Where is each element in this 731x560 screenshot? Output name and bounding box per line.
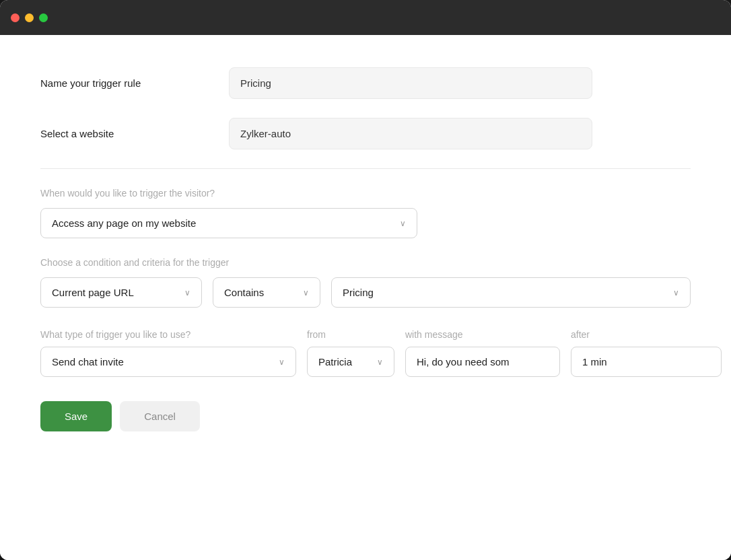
trigger-after-input[interactable] <box>571 347 722 377</box>
trigger-type-main-label: What type of trigger you like to use? <box>40 329 296 340</box>
website-label: Select a website <box>40 128 229 139</box>
condition-operator-select[interactable]: Contains ∨ <box>213 277 320 308</box>
trigger-from-value: Patricia <box>318 356 352 368</box>
condition-value-text: Pricing <box>343 287 374 298</box>
trigger-type-message-label: with message <box>405 329 560 340</box>
condition-value-chevron-icon: ∨ <box>673 288 679 298</box>
trigger-when-select[interactable]: Access any page on my website ∨ <box>40 208 417 238</box>
divider <box>40 168 691 169</box>
trigger-type-select[interactable]: Send chat invite ∨ <box>40 347 296 377</box>
maximize-button[interactable] <box>39 13 48 22</box>
when-trigger-label: When would you like to trigger the visit… <box>40 188 691 199</box>
trigger-name-label: Name your trigger rule <box>40 77 229 89</box>
minimize-button[interactable] <box>25 13 34 22</box>
condition-row: Current page URL ∨ Contains ∨ Pricing ∨ <box>40 277 691 308</box>
condition-operator-value: Contains <box>224 287 264 298</box>
trigger-type-from-label: from <box>307 329 394 340</box>
trigger-when-chevron-icon: ∨ <box>400 219 406 228</box>
trigger-type-labels-row: What type of trigger you like to use? fr… <box>40 329 691 340</box>
trigger-message-input[interactable] <box>405 347 560 377</box>
condition-value-select[interactable]: Pricing ∨ <box>331 277 691 308</box>
trigger-type-after-label: after <box>571 329 691 340</box>
trigger-type-value: Send chat invite <box>52 356 124 368</box>
traffic-lights <box>11 13 48 22</box>
condition-field-chevron-icon: ∨ <box>184 288 190 298</box>
app-window: Name your trigger rule Select a website … <box>0 0 731 560</box>
cancel-button[interactable]: Cancel <box>120 401 200 431</box>
trigger-when-value: Access any page on my website <box>52 217 196 229</box>
save-button[interactable]: Save <box>40 401 112 431</box>
trigger-type-chevron-icon: ∨ <box>279 357 285 367</box>
website-input[interactable] <box>229 118 592 149</box>
titlebar <box>0 0 731 35</box>
main-content: Name your trigger rule Select a website … <box>0 35 731 560</box>
trigger-type-inputs-row: Send chat invite ∨ Patricia ∨ <box>40 347 691 377</box>
close-button[interactable] <box>11 13 20 22</box>
condition-operator-chevron-icon: ∨ <box>303 288 309 298</box>
trigger-from-chevron-icon: ∨ <box>377 357 383 367</box>
trigger-name-input[interactable] <box>229 67 592 99</box>
trigger-name-row: Name your trigger rule <box>40 67 691 99</box>
trigger-type-section: What type of trigger you like to use? fr… <box>40 329 691 377</box>
website-row: Select a website <box>40 118 691 149</box>
condition-field-select[interactable]: Current page URL ∨ <box>40 277 202 308</box>
trigger-from-select[interactable]: Patricia ∨ <box>307 347 394 377</box>
condition-label: Choose a condition and criteria for the … <box>40 257 691 268</box>
condition-field-value: Current page URL <box>52 287 134 298</box>
action-buttons: Save Cancel <box>40 401 691 431</box>
